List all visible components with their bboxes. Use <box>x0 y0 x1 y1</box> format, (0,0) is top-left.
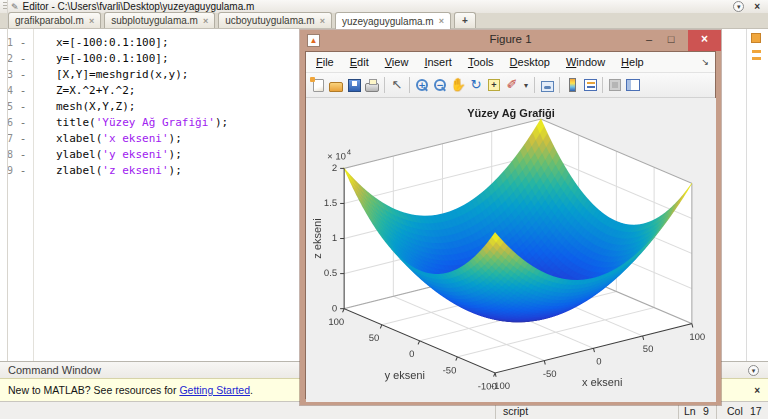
executable-line-marker: - <box>13 51 33 67</box>
plot-title: Yüzey Ağ Grafiği <box>306 107 716 119</box>
brush-dropdown-caret-icon[interactable]: ▾ <box>522 77 530 93</box>
new-figure-icon <box>313 79 324 92</box>
notice-prefix: New to MATLAB? See resources for <box>8 384 179 396</box>
toolbar-separator <box>409 77 410 93</box>
executable-line-marker: - <box>13 147 33 163</box>
brush-data-icon[interactable]: ✐ <box>504 77 520 93</box>
zoom-out-icon[interactable]: − <box>432 77 448 93</box>
tab-close-icon[interactable]: × <box>439 16 444 26</box>
edit-plot-pointer-icon[interactable]: ↖ <box>389 77 405 93</box>
open-file-icon[interactable] <box>328 77 344 93</box>
executable-line-marker: - <box>13 163 33 179</box>
file-type-label: script <box>503 405 528 417</box>
menu-tools[interactable]: Tools <box>460 56 502 68</box>
hide-plot-tools-icon <box>609 79 621 91</box>
save-figure-icon[interactable] <box>346 77 362 93</box>
link-plot-icon <box>541 81 554 92</box>
string-literal: 'Yüzey Ağ Grafiği' <box>96 116 215 129</box>
executable-line-marker: - <box>13 99 33 115</box>
menu-insert[interactable]: Insert <box>416 56 460 68</box>
lint-strip-divider <box>746 29 747 361</box>
insert-legend-icon[interactable] <box>582 77 598 93</box>
code-token: ylabel( <box>56 148 102 161</box>
zoom-in-icon[interactable]: + <box>414 77 430 93</box>
rotate-3d-icon[interactable]: ↻ <box>468 77 484 93</box>
executable-line-marker: - <box>13 131 33 147</box>
tab-subplotuygulama.m[interactable]: subplotuygulama.m× <box>104 12 215 28</box>
getting-started-link[interactable]: Getting Started <box>179 384 250 396</box>
matlab-window: ✎ Editor - C:\Users\fvarli\Desktop\yuzey… <box>0 0 768 419</box>
menu-edit[interactable]: Edit <box>342 56 377 68</box>
tab-ucboyutuygulama.m[interactable]: ucboyutuygulama.m× <box>218 12 332 28</box>
menu-view[interactable]: View <box>377 56 417 68</box>
editor-menu-dropdown-icon[interactable]: ▾ <box>733 1 744 12</box>
string-literal: 'y ekseni' <box>102 148 168 161</box>
maximize-button[interactable]: □ <box>660 30 682 51</box>
new-figure-icon[interactable] <box>310 77 326 93</box>
figure-toolbar: ↖+−✋↻+✐▾ <box>306 73 715 98</box>
open-file-icon <box>329 82 343 92</box>
hide-plot-tools-icon[interactable] <box>607 77 623 93</box>
menu-desktop[interactable]: Desktop <box>502 56 558 68</box>
menu-file[interactable]: File <box>308 56 342 68</box>
insert-colorbar-icon <box>569 78 576 92</box>
print-figure-icon[interactable] <box>364 77 380 93</box>
editor-close-icon[interactable]: × <box>754 1 760 12</box>
menu-help[interactable]: Help <box>613 56 652 68</box>
code-token: Z=X.^2+Y.^2; <box>56 84 135 97</box>
executable-line-marker: - <box>13 35 33 51</box>
command-window-menu-icon[interactable]: ▾ <box>748 365 759 376</box>
code-text: [X,Y]=meshgrid(x,y); <box>33 67 188 83</box>
lint-summary-marker[interactable] <box>751 33 761 43</box>
col-indicator-label: Col <box>727 405 743 417</box>
executable-line-marker: - <box>13 67 33 83</box>
code-token: xlabel( <box>56 132 102 145</box>
code-token: x=[-100:0.1:100]; <box>56 36 169 49</box>
code-text: x=[-100:0.1:100]; <box>33 35 169 51</box>
code-token: y=[-100:0.1:100]; <box>56 52 169 65</box>
tab-yuzeyaguygulama.m[interactable]: yuzeyaguygulama.m× <box>335 12 451 29</box>
data-cursor-icon[interactable]: + <box>486 77 502 93</box>
tab-grafikparabol.m[interactable]: grafikparabol.m× <box>8 12 101 28</box>
menu-window[interactable]: Window <box>558 56 613 68</box>
code-text: ylabel('y ekseni'); <box>33 147 182 163</box>
status-separator <box>678 403 679 419</box>
lint-warning-marker[interactable] <box>752 57 761 60</box>
tab-close-icon[interactable]: × <box>320 16 325 26</box>
figure-window: ▲ Figure 1 – □ × FileEditViewInsertTools… <box>300 30 721 405</box>
editor-tab-bar: grafikparabol.m×subplotuygulama.m×ucboyu… <box>0 13 768 29</box>
figure-client-area: FileEditViewInsertToolsDesktopWindowHelp… <box>305 51 716 399</box>
toolbar-separator <box>384 77 385 93</box>
tab-close-icon[interactable]: × <box>203 16 208 26</box>
code-token: ); <box>169 132 182 145</box>
pan-hand-icon[interactable]: ✋ <box>450 77 466 93</box>
insert-colorbar-icon[interactable] <box>564 77 580 93</box>
notice-close-icon[interactable]: × <box>754 385 760 396</box>
minimize-button[interactable]: – <box>638 30 660 51</box>
new-tab-button[interactable]: + <box>454 12 476 28</box>
col-indicator-value: 17 <box>750 405 762 417</box>
code-token: ); <box>215 116 228 129</box>
code-token: zlabel( <box>56 164 102 177</box>
string-literal: 'z ekseni' <box>102 164 168 177</box>
code-text: Z=X.^2+Y.^2; <box>33 83 135 99</box>
print-figure-icon <box>365 83 379 92</box>
editor-title: Editor - C:\Users\fvarli\Desktop\yuzeyag… <box>23 1 734 12</box>
figure-titlebar[interactable]: ▲ Figure 1 – □ × <box>300 30 721 51</box>
link-plot-icon[interactable] <box>539 77 555 93</box>
executable-line-marker: - <box>13 83 33 99</box>
code-text: mesh(X,Y,Z); <box>33 99 135 115</box>
editor-pencil-icon: ✎ <box>11 2 19 12</box>
show-plot-tools-icon[interactable] <box>625 77 641 93</box>
mesh-plot-canvas[interactable] <box>306 98 716 402</box>
toolbar-separator <box>602 77 603 93</box>
dock-figure-icon[interactable]: ↘ <box>701 57 709 67</box>
tab-close-icon[interactable]: × <box>89 16 94 26</box>
panel-left-edge <box>7 0 8 401</box>
code-token: ); <box>169 148 182 161</box>
lint-warning-marker[interactable] <box>752 50 761 53</box>
notice-suffix: . <box>250 384 253 396</box>
code-text: zlabel('z ekseni'); <box>33 163 182 179</box>
close-button[interactable]: × <box>688 30 721 51</box>
line-indicator-value: 9 <box>703 405 709 417</box>
